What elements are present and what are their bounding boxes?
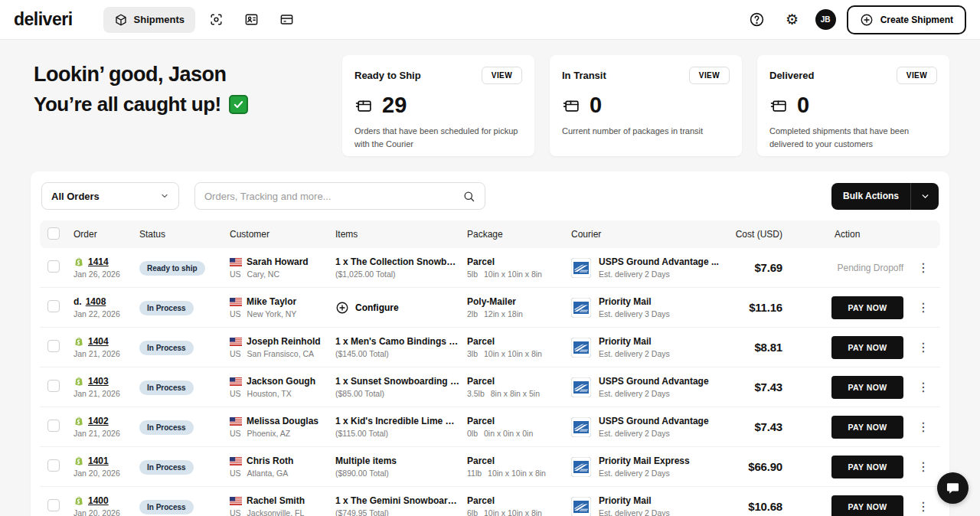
order-id-link[interactable]: 1414 xyxy=(88,256,109,267)
pay-now-button[interactable]: PAY NOW xyxy=(831,376,903,399)
order-cell: 1400 Jan 20, 2026 xyxy=(74,495,139,516)
contacts-icon[interactable] xyxy=(237,6,266,34)
table-header-row: Order Status Customer Items Package Cour… xyxy=(40,220,940,248)
bulk-actions-chevron[interactable] xyxy=(911,183,939,210)
deliveri-source-label: d. xyxy=(74,296,82,307)
shopify-icon xyxy=(74,336,84,347)
status-cell: In Process xyxy=(139,499,230,514)
row-checkbox[interactable] xyxy=(47,380,60,392)
chat-widget-button[interactable] xyxy=(937,472,969,504)
cost-value: $7.43 xyxy=(730,420,789,433)
order-id-link[interactable]: 1403 xyxy=(88,376,109,387)
courier-name: USPS Ground Advantage xyxy=(599,376,709,387)
bulk-actions-button[interactable]: Bulk Actions xyxy=(831,183,911,210)
orders-table-card: All Orders Bulk Actions Order Status Cus… xyxy=(31,171,949,516)
scan-icon[interactable] xyxy=(201,6,230,34)
package-cell: Parcel 0lb 0in x 0in x 0in xyxy=(467,416,571,438)
customer-cell: Jackson Gough US Houston, TX xyxy=(230,376,335,398)
courier-eta: Est. delivery 2 Days xyxy=(599,508,670,516)
row-checkbox[interactable] xyxy=(47,420,60,432)
customer-cell: Rachel Smith US Jacksonville, FL xyxy=(230,495,335,516)
pay-now-button[interactable]: PAY NOW xyxy=(831,336,903,359)
row-menu-kebab-icon[interactable]: ⋮ xyxy=(916,260,931,276)
stat-card: In Transit VIEW 0 Current number of pack… xyxy=(550,55,742,156)
configure-button[interactable]: Configure xyxy=(335,301,399,315)
package-cell: Parcel 6lb 10in x 10in x 8in xyxy=(467,495,571,516)
row-checkbox[interactable] xyxy=(47,340,60,352)
row-menu-kebab-icon[interactable]: ⋮ xyxy=(916,499,931,514)
select-all-checkbox[interactable] xyxy=(47,227,60,240)
items-title: 1 x Sunset Snowboarding G... xyxy=(335,376,461,387)
nav-item-label: Shipments xyxy=(134,14,185,25)
stat-description: Completed shipments that have been deliv… xyxy=(769,125,937,150)
row-menu-kebab-icon[interactable]: ⋮ xyxy=(916,340,931,355)
usps-logo-icon xyxy=(571,258,591,278)
courier-cell: USPS Ground Advantage Est. delivery 2 Da… xyxy=(571,416,730,438)
pay-now-button[interactable]: PAY NOW xyxy=(831,296,903,319)
row-checkbox[interactable] xyxy=(47,260,60,273)
customer-location: Cary, NC xyxy=(247,269,279,279)
status-badge: In Process xyxy=(139,460,194,475)
table-row: 1400 Jan 20, 2026 In Process Rachel Smit… xyxy=(40,487,940,516)
row-checkbox[interactable] xyxy=(47,459,60,472)
courier-eta: Est. delivery 2 Days xyxy=(599,389,709,398)
order-id-link[interactable]: 1400 xyxy=(88,495,109,506)
shipment-box-icon xyxy=(562,96,581,115)
action-cell: PAY NOW ⋮ xyxy=(789,336,940,359)
order-cell: 1401 Jan 20, 2026 xyxy=(74,456,139,478)
nav-item-shipments[interactable]: Shipments xyxy=(103,7,195,33)
plus-circle-icon xyxy=(860,13,874,27)
stat-value: 0 xyxy=(797,93,809,118)
status-cell: In Process xyxy=(139,300,230,315)
status-cell: Ready to ship xyxy=(139,260,230,276)
row-menu-kebab-icon[interactable]: ⋮ xyxy=(916,380,931,395)
customer-cell: Mike Taylor US New York, NY xyxy=(230,296,335,318)
order-id-link[interactable]: 1402 xyxy=(88,416,109,426)
pay-now-button[interactable]: PAY NOW xyxy=(831,416,903,439)
package-type: Poly-Mailer xyxy=(467,296,565,307)
row-menu-kebab-icon[interactable]: ⋮ xyxy=(916,459,931,475)
items-total: ($749.95 Total) xyxy=(335,508,461,516)
customer-country: US xyxy=(230,508,241,516)
items-cell: 1 x Men's Camo Bindings 20... ($145.00 T… xyxy=(335,336,467,358)
order-id-link[interactable]: 1408 xyxy=(86,296,106,307)
courier-name: Priority Mail xyxy=(599,296,670,307)
package-weight: 3lb xyxy=(467,349,478,358)
row-menu-kebab-icon[interactable]: ⋮ xyxy=(916,300,931,315)
package-type: Parcel xyxy=(467,376,565,387)
table-toolbar: All Orders Bulk Actions xyxy=(40,182,940,220)
order-id-link[interactable]: 1401 xyxy=(88,456,109,466)
courier-eta: Est. delivery 2 Days xyxy=(599,269,719,279)
user-avatar[interactable]: JB xyxy=(815,9,836,30)
overview-section: Lookin’ good, Jason You’re all caught up… xyxy=(0,40,980,156)
stat-view-button[interactable]: VIEW xyxy=(689,67,730,84)
stat-view-button[interactable]: VIEW xyxy=(897,67,937,84)
shipment-box-icon xyxy=(769,96,789,115)
order-cell: 1414 Jan 26, 2026 xyxy=(74,256,139,279)
stat-view-button[interactable]: VIEW xyxy=(482,67,522,84)
search-input[interactable] xyxy=(204,191,456,202)
customer-cell: Sarah Howard US Cary, NC xyxy=(230,256,335,279)
customer-country: US xyxy=(230,349,241,358)
table-row: 1414 Jan 26, 2026 Ready to ship Sarah Ho… xyxy=(40,248,940,288)
pay-now-button[interactable]: PAY NOW xyxy=(831,495,903,516)
orders-filter-dropdown[interactable]: All Orders xyxy=(41,182,179,210)
create-shipment-button[interactable]: Create Shipment xyxy=(847,5,966,34)
row-checkbox[interactable] xyxy=(47,300,60,312)
order-date: Jan 20, 2026 xyxy=(74,469,133,478)
customer-name: Jackson Gough xyxy=(247,376,315,387)
stat-card: Delivered VIEW 0 Completed shipments tha… xyxy=(757,55,949,156)
courier-eta: Est. delivery 3 Days xyxy=(599,309,670,318)
settings-gear-icon[interactable]: ⚙ xyxy=(780,8,805,32)
package-dimensions: 10in x 10in x 8in xyxy=(484,269,542,279)
row-menu-kebab-icon[interactable]: ⋮ xyxy=(916,420,931,435)
billing-icon[interactable] xyxy=(272,6,301,34)
stat-description: Orders that have been scheduled for pick… xyxy=(354,125,522,150)
order-id-link[interactable]: 1404 xyxy=(88,336,109,347)
package-type: Parcel xyxy=(467,495,565,506)
top-navbar: deliveri Shipments ⚙ JB Create Shipment xyxy=(0,0,980,40)
row-checkbox[interactable] xyxy=(47,499,60,511)
pay-now-button[interactable]: PAY NOW xyxy=(831,456,903,478)
package-dimensions: 0in x 0in x 0in xyxy=(484,429,533,438)
help-icon[interactable] xyxy=(745,8,769,32)
